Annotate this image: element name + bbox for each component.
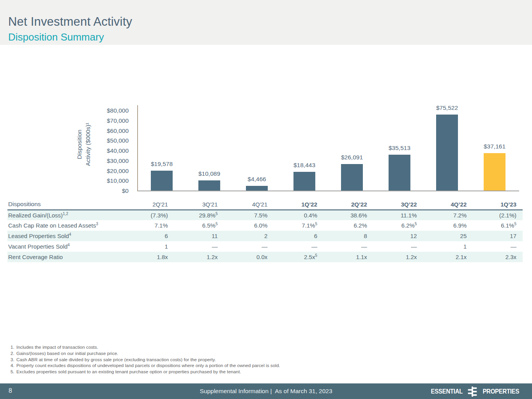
table-cell: — [323, 241, 373, 252]
table-cell: 6.1%5 [473, 220, 523, 231]
row-label: Realized Gain/(Loss)1,2 [7, 210, 124, 220]
table-cell: 7.2% [423, 210, 473, 220]
table-row: Vacant Properties Sold4 1 — — — — — 1 — [7, 241, 523, 252]
table-cell: (7.3%) [124, 210, 174, 220]
column-header-2q21: 2Q'21 [124, 199, 174, 210]
y-axis-tick-label: $60,000 [107, 127, 129, 134]
table-cell: 6 [124, 231, 174, 241]
table-row: Leased Properties Sold4 6 11 2 6 8 12 25… [7, 231, 523, 241]
dispositions-table: Dispositions 2Q'21 3Q'21 4Q'21 1Q’22 2Q’… [7, 199, 523, 262]
table-cell: 7.1%5 [274, 220, 323, 231]
table-cell: 12 [373, 231, 423, 241]
column-header-1q22: 1Q’22 [274, 199, 323, 210]
table-row: Rent Coverage Ratio 1.8x 1.2x 0.0x 2.5x5… [7, 252, 523, 262]
column-header-4q21: 4Q'21 [224, 199, 274, 210]
table-cell: 0.0x [224, 252, 274, 262]
table-cell: 6.9% [423, 220, 473, 231]
y-axis-tick-label: $10,000 [107, 177, 129, 184]
table-cell: 1.1x [323, 252, 373, 262]
table-cell: 2 [224, 231, 274, 241]
table-cell: 17 [473, 231, 523, 241]
row-label: Rent Coverage Ratio [7, 252, 124, 262]
row-label: Leased Properties Sold4 [7, 231, 124, 241]
table-cell: (2.1%) [473, 210, 523, 220]
table-cell: 2.1x [423, 252, 473, 262]
footnote-2: Gains/(losses) based on our initial purc… [16, 351, 280, 357]
table-row: Realized Gain/(Loss)1,2 (7.3%) 29.8%5 7.… [7, 210, 523, 220]
page-subtitle: Disposition Summary [8, 31, 104, 43]
logo-text-essential: ESSENTIAL [431, 388, 463, 395]
y-axis-tick-label: $70,000 [107, 117, 129, 124]
y-axis-title-line1: Disposition [76, 122, 84, 166]
table-cell: 6 [274, 231, 323, 241]
page-title: Net Investment Activity [8, 15, 132, 29]
table-cell: 11 [174, 231, 224, 241]
table-cell: 1.2x [373, 252, 423, 262]
table-cell: 11.1% [373, 210, 423, 220]
bar-value-label: $26,091 [323, 154, 381, 161]
bar-value-label: $35,513 [370, 145, 429, 152]
table-cell: 6.2% [323, 220, 373, 231]
bar [484, 153, 505, 191]
bar [436, 115, 458, 191]
table-cell: 29.8%5 [174, 210, 224, 220]
bar [293, 172, 315, 191]
column-header-3q22: 3Q’22 [373, 199, 423, 210]
y-axis-tick-label: $40,000 [107, 147, 129, 154]
footnote-5: Excludes properties sold pursuant to an … [16, 369, 280, 375]
bar [198, 180, 220, 191]
table-cell: 6.0% [224, 220, 274, 231]
table-cell: 2.5x5 [274, 252, 323, 262]
y-axis-tick-label: $30,000 [107, 157, 129, 164]
table-row: Cash Cap Rate on Leased Assets3 7.1% 6.5… [7, 220, 523, 231]
y-axis-tick-label: $80,000 [107, 107, 129, 114]
table-cell: — [224, 241, 274, 252]
y-axis-ticks: $80,000$70,000$60,000$50,000$40,000$30,0… [93, 107, 129, 194]
table-cell: 1.8x [124, 252, 174, 262]
column-header-3q21: 3Q'21 [174, 199, 224, 210]
table-cell: 1 [124, 241, 174, 252]
table-header-dispositions: Dispositions [7, 199, 124, 210]
bar [341, 164, 363, 191]
table-cell: 0.4% [274, 210, 323, 220]
bar [389, 155, 410, 191]
y-axis-tick-label: $20,000 [107, 168, 129, 175]
table-cell: 25 [423, 231, 473, 241]
table-cell: 7.5% [224, 210, 274, 220]
footnote-4: Property count excludes dispositions of … [16, 363, 280, 369]
bar [151, 171, 173, 191]
table-cell: 7.1% [124, 220, 174, 231]
bar-value-label: $75,522 [418, 104, 476, 111]
row-label: Vacant Properties Sold4 [7, 241, 124, 252]
column-header-4q22: 4Q’22 [423, 199, 473, 210]
table-cell: — [274, 241, 323, 252]
bar [246, 186, 268, 191]
slide-footer: 8 Supplemental Information | As of March… [0, 383, 532, 399]
bar-value-label: $37,161 [465, 143, 524, 150]
table-cell: — [373, 241, 423, 252]
table-cell: 2.3x [473, 252, 523, 262]
bar-value-label: $18,443 [275, 162, 334, 169]
essential-properties-logo-icon [467, 387, 477, 397]
column-header-1q23: 1Q’23 [473, 199, 523, 210]
footnote-3: Cash ABR at time of sale divided by gros… [16, 357, 280, 363]
column-header-2q22: 2Q’22 [323, 199, 373, 210]
table-header-row: Dispositions 2Q'21 3Q'21 4Q'21 1Q’22 2Q’… [7, 199, 523, 210]
table-cell: — [473, 241, 523, 252]
footnotes: Includes the impact of transaction costs… [9, 344, 280, 375]
y-axis-tick-label: $50,000 [107, 137, 129, 144]
table-cell: 6.5%5 [174, 220, 224, 231]
essential-properties-logo: ESSENTIAL PROPERTIES [429, 387, 522, 397]
table-cell: 38.6% [323, 210, 373, 220]
table-cell: 6.2%5 [373, 220, 423, 231]
y-axis-tick-label: $0 [122, 187, 129, 194]
footnote-1: Includes the impact of transaction costs… [16, 344, 280, 351]
bar-value-label: $19,578 [133, 161, 191, 168]
y-axis-title-line2: Activity ($000s)¹ [84, 122, 93, 166]
table-cell: — [174, 241, 224, 252]
bar-value-label: $4,466 [228, 176, 286, 183]
bar-chart-plot-area: $19,578$10,089$4,466$18,443$26,091$35,51… [137, 105, 519, 191]
logo-text-properties: PROPERTIES [483, 388, 520, 395]
table-cell: 1 [423, 241, 473, 252]
row-label: Cash Cap Rate on Leased Assets3 [7, 220, 124, 231]
